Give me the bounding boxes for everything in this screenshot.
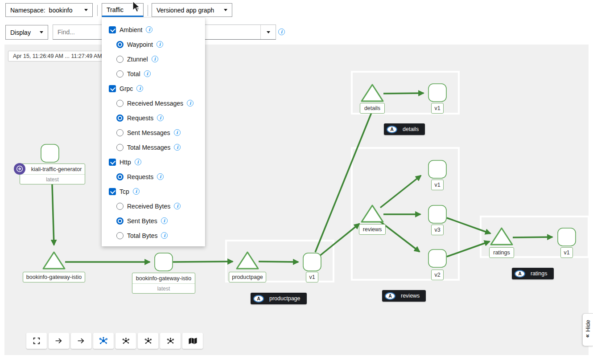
app-badge-productpage[interactable]: A productpage	[251, 293, 307, 304]
traffic-menu-item-received-messages[interactable]: Received Messages	[102, 96, 205, 110]
node-shape-ratings-service[interactable]	[491, 228, 512, 245]
traffic-menu-item-total-bytes[interactable]: Total Bytes	[102, 228, 205, 243]
node-label-reviews-service[interactable]: reviews	[359, 224, 386, 235]
traffic-menu-item-ztunnel[interactable]: Ztunnel	[102, 52, 205, 66]
node-shape-gateway-workload[interactable]	[155, 253, 173, 271]
node-label-details-service[interactable]: details	[360, 103, 385, 114]
traffic-menu-item-received-bytes[interactable]: Received Bytes	[102, 199, 205, 213]
node-shape-reviews-service[interactable]	[362, 205, 383, 222]
info-icon[interactable]	[161, 232, 168, 239]
node-shape-details-service[interactable]	[362, 85, 383, 101]
traffic-dropdown[interactable]: Traffic	[102, 3, 144, 17]
forward-edge-button-2[interactable]	[71, 333, 91, 349]
traffic-menu-item-ambient[interactable]: Ambient	[102, 22, 205, 37]
edge-productpage-to-v1[interactable]	[259, 262, 298, 262]
info-icon[interactable]	[135, 159, 141, 165]
node-shape-reviews-v2[interactable]	[428, 249, 446, 267]
traffic-menu-item-grpc-requests[interactable]: Requests	[102, 110, 205, 125]
layout-breadthfirst-button[interactable]	[160, 333, 181, 349]
info-icon[interactable]	[136, 85, 143, 92]
edge-generator-to-gateway[interactable]	[52, 184, 54, 245]
radio-icon[interactable]	[116, 203, 124, 210]
traffic-menu-item-sent-bytes[interactable]: Sent Bytes	[102, 213, 205, 228]
radio-icon[interactable]	[116, 129, 124, 136]
node-label-reviews-v3[interactable]: v3	[431, 225, 444, 235]
node-shape-productpage-service[interactable]	[237, 252, 258, 269]
radio-selected-icon[interactable]	[116, 115, 124, 122]
info-icon[interactable]	[133, 188, 140, 195]
namespace-dropdown[interactable]: Namespace: bookinfo	[5, 3, 93, 17]
radio-icon[interactable]	[116, 232, 124, 239]
checkbox-checked-icon[interactable]	[109, 26, 116, 33]
app-badge-details[interactable]: A details	[384, 123, 425, 135]
app-badge-reviews[interactable]: A reviews	[382, 290, 426, 302]
info-icon[interactable]	[174, 203, 181, 209]
edge-v3-to-ratings[interactable]	[447, 218, 490, 233]
traffic-menu-item-http[interactable]: Http	[102, 155, 205, 169]
traffic-menu-item-http-requests[interactable]: Requests	[102, 169, 205, 184]
node-shape-traffic-generator[interactable]	[41, 144, 59, 162]
edge-reviews-to-v1[interactable]	[380, 176, 421, 208]
traffic-menu-item-waypoint[interactable]: Waypoint	[102, 37, 205, 52]
forward-edge-button[interactable]	[49, 333, 69, 349]
node-label-details-v1[interactable]: v1	[431, 103, 444, 114]
radio-selected-icon[interactable]	[116, 217, 124, 225]
traffic-menu-item-grpc[interactable]: Grpc	[102, 81, 205, 96]
layout-concentric-button[interactable]	[138, 333, 158, 349]
traffic-menu-item-tcp[interactable]: Tcp	[102, 184, 205, 199]
node-shape-ratings-v1[interactable]	[558, 228, 576, 246]
info-icon[interactable]	[187, 100, 194, 106]
node-label-gateway-workload[interactable]: bookinfo-gateway-istio latest	[132, 273, 195, 294]
find-options-toggle[interactable]	[260, 25, 276, 39]
node-label-ratings-service[interactable]: ratings	[489, 247, 514, 258]
node-label-reviews-v1[interactable]: v1	[431, 180, 444, 190]
traffic-menu-item-sent-messages[interactable]: Sent Messages	[102, 125, 205, 140]
traffic-menu-item-total[interactable]: Total	[102, 66, 205, 81]
info-icon[interactable]	[144, 70, 151, 77]
info-icon[interactable]	[157, 173, 164, 180]
app-badge-ratings[interactable]: A ratings	[512, 268, 554, 279]
fullscreen-button[interactable]	[26, 333, 47, 349]
edge-workload-to-productpage[interactable]	[173, 262, 233, 262]
traffic-menu-item-total-messages[interactable]: Total Messages	[102, 140, 205, 155]
app-icon: A	[385, 292, 395, 300]
radio-selected-icon[interactable]	[116, 173, 124, 180]
radio-icon[interactable]	[116, 100, 124, 107]
node-label-productpage-v1[interactable]: v1	[306, 272, 318, 282]
layout-dagre-button[interactable]	[93, 333, 114, 349]
radio-icon[interactable]	[116, 70, 124, 78]
node-label-traffic-generator[interactable]: kiali-traffic-generator latest	[20, 164, 85, 184]
checkbox-checked-icon[interactable]	[109, 188, 116, 195]
radio-selected-icon[interactable]	[116, 41, 124, 48]
info-icon[interactable]	[174, 144, 181, 151]
graph-canvas[interactable]: Apr 15, 11:26:49 AM ... 11:27:49 AM	[4, 45, 589, 355]
checkbox-checked-icon[interactable]	[109, 159, 116, 166]
edge-ratings-to-v1[interactable]	[513, 237, 552, 237]
graph-type-dropdown[interactable]: Versioned app graph	[152, 3, 232, 17]
info-icon[interactable]	[157, 115, 164, 121]
layout-grid-button[interactable]	[115, 333, 136, 349]
edge-details-to-v1[interactable]	[383, 93, 424, 94]
node-shape-details-v1[interactable]	[428, 84, 446, 102]
radio-icon[interactable]	[116, 144, 124, 151]
display-dropdown[interactable]: Display	[5, 25, 48, 40]
edge-v2-to-ratings[interactable]	[447, 241, 490, 257]
info-icon[interactable]	[161, 217, 168, 224]
node-shape-gateway-service[interactable]	[43, 252, 65, 269]
info-icon[interactable]	[152, 56, 158, 62]
info-icon[interactable]	[146, 26, 152, 33]
node-shape-productpage-v1[interactable]	[303, 253, 321, 271]
node-shape-reviews-v1[interactable]	[428, 160, 446, 178]
radio-icon[interactable]	[116, 56, 124, 63]
checkbox-checked-icon[interactable]	[109, 85, 116, 92]
node-label-reviews-v2[interactable]: v2	[431, 270, 444, 280]
node-label-gateway-service[interactable]: bookinfo-gateway-istio	[23, 272, 85, 282]
node-label-productpage-service[interactable]: productpage	[229, 272, 266, 282]
node-label-ratings-v1[interactable]: v1	[560, 247, 573, 258]
minimap-button[interactable]	[182, 333, 203, 349]
info-icon[interactable]	[156, 41, 163, 48]
find-help-info-icon[interactable]	[278, 29, 285, 35]
info-icon[interactable]	[174, 129, 181, 136]
hide-panel-tab[interactable]: Hide »	[582, 313, 593, 346]
node-shape-reviews-v3[interactable]	[428, 205, 446, 223]
